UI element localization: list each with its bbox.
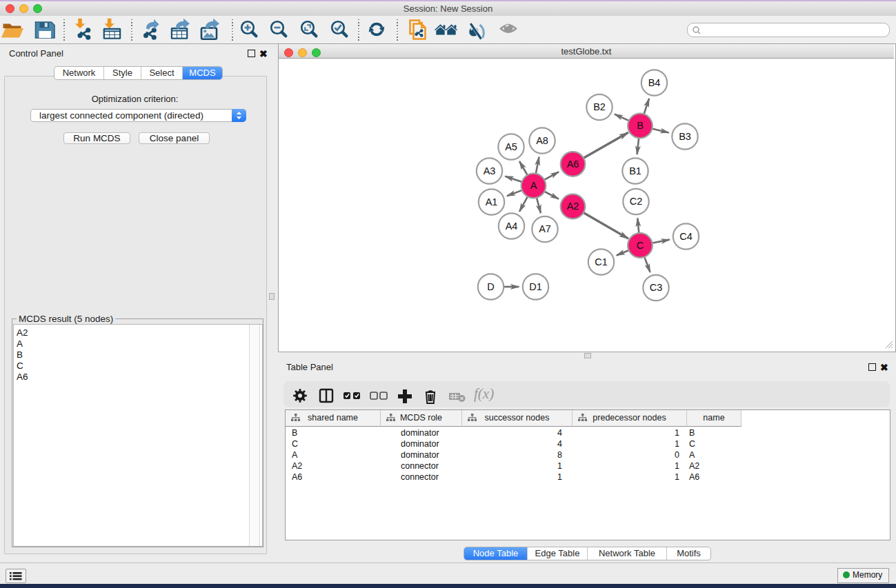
svg-text:A: A [530, 180, 537, 191]
svg-text:A8: A8 [536, 135, 548, 146]
svg-text:A2: A2 [567, 201, 579, 212]
svg-text:C4: C4 [679, 231, 693, 242]
svg-text:B3: B3 [679, 131, 691, 142]
svg-text:C3: C3 [650, 282, 663, 293]
svg-text:B4: B4 [648, 77, 661, 88]
svg-text:A7: A7 [539, 223, 551, 234]
svg-text:C2: C2 [630, 196, 643, 207]
svg-text:A5: A5 [505, 141, 517, 152]
svg-text:D: D [487, 281, 494, 292]
svg-text:D1: D1 [529, 281, 542, 292]
svg-text:B1: B1 [629, 165, 641, 176]
svg-text:B: B [637, 120, 644, 131]
svg-text:A1: A1 [486, 196, 498, 207]
svg-text:A3: A3 [484, 165, 496, 176]
svg-text:B2: B2 [593, 101, 606, 112]
svg-text:C: C [637, 240, 644, 251]
svg-text:C1: C1 [595, 256, 608, 267]
svg-text:A6: A6 [567, 159, 579, 170]
svg-text:A4: A4 [506, 221, 518, 232]
